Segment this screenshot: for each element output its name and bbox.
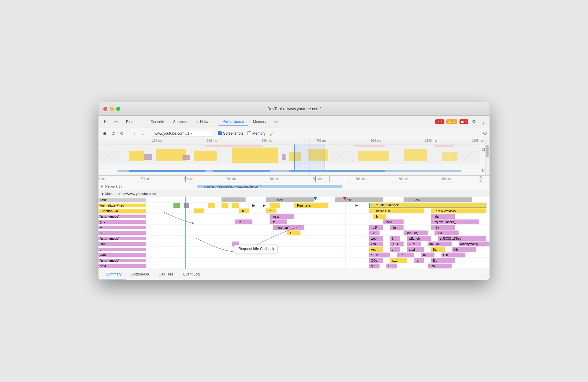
memory-checkbox[interactable]: ✓ bbox=[247, 131, 251, 135]
info-icon: ◼ bbox=[461, 120, 464, 124]
blue-triangle bbox=[314, 197, 317, 200]
svg-rect-77 bbox=[390, 225, 404, 230]
clear-button[interactable]: ⊘ bbox=[118, 130, 125, 137]
svg-rect-43 bbox=[270, 203, 280, 208]
svg-text:Lla: Lla bbox=[438, 231, 442, 235]
anon-3-label: (anonymous) bbox=[99, 259, 146, 262]
svg-text:xeb: xeb bbox=[371, 242, 376, 246]
ruler-mark-596: 596 ms bbox=[262, 139, 272, 142]
svg-text:Gib: Gib bbox=[443, 253, 448, 257]
net-bar bbox=[99, 169, 480, 173]
svg-text:▶: ▶ bbox=[263, 203, 266, 208]
timeline-line-1 bbox=[302, 139, 302, 175]
waa-label: waa bbox=[99, 253, 146, 257]
record-button[interactable]: ⏺ bbox=[101, 130, 108, 137]
main-section-label: ▼ Main — https://www.youtube.com/ bbox=[101, 192, 156, 196]
main-section-header[interactable]: ▼ Main — https://www.youtube.com/ bbox=[99, 190, 489, 197]
tab-sources[interactable]: Sources bbox=[169, 118, 191, 126]
svg-rect-61 bbox=[373, 214, 386, 219]
svg-text:c: c bbox=[392, 248, 393, 251]
anon-2-bars: web S wB....ob e.JSC$6...Ifilled bbox=[146, 236, 489, 241]
bap-label: BaP bbox=[99, 242, 146, 246]
tab-console[interactable]: Console bbox=[146, 118, 168, 126]
screenshots-toggle[interactable]: ✓ Screenshots bbox=[218, 131, 244, 136]
tab-bottom-up[interactable]: Bottom-Up bbox=[126, 270, 154, 279]
anon-1-bars: next b ala bbox=[146, 214, 489, 219]
tab-network[interactable]: ⚠ Network bbox=[192, 118, 218, 126]
svg-rect-11 bbox=[183, 155, 190, 160]
tab-performance[interactable]: Performance bbox=[218, 118, 248, 126]
svg-rect-12 bbox=[282, 154, 285, 160]
memory-toggle[interactable]: ✓ Memory bbox=[247, 131, 266, 136]
device-icon[interactable]: ▭ bbox=[111, 118, 120, 126]
minimize-button[interactable] bbox=[110, 107, 114, 111]
svg-text:g.P: g.P bbox=[373, 226, 377, 229]
inspect-icon[interactable]: ⠿ bbox=[101, 118, 110, 126]
svg-text:ra: ra bbox=[416, 259, 419, 262]
tab-event-log[interactable]: Event Log bbox=[178, 270, 205, 279]
scrollbar-thumb[interactable] bbox=[486, 145, 489, 157]
flame-row-t: t Aeb c a...d Ba Kib bbox=[99, 247, 489, 252]
svg-text:(an...us): (an...us) bbox=[407, 231, 418, 235]
perf-settings-icon[interactable]: ⚙ bbox=[483, 130, 487, 136]
flame-row-function-call: Function Call → b b Function Call Run Mi… bbox=[99, 208, 489, 214]
ruler-mark-396: 396 ms bbox=[207, 139, 217, 142]
red-triangle bbox=[343, 197, 347, 200]
v-label: V bbox=[99, 226, 146, 229]
svg-text:Shb: Shb bbox=[429, 264, 435, 268]
timeline-overview[interactable]: 196 ms 396 ms 596 ms 796 ms 996 ms 1196 … bbox=[99, 139, 489, 176]
screenshots-checkbox[interactable]: ✓ bbox=[218, 131, 222, 135]
error-icon: ✕ bbox=[437, 120, 440, 124]
svg-text:Aeb: Aeb bbox=[371, 248, 377, 251]
more-options-icon[interactable]: ⋮ bbox=[480, 118, 487, 126]
tab-call-tree[interactable]: Call Tree bbox=[154, 270, 178, 279]
svg-rect-8 bbox=[404, 149, 427, 161]
svg-text:ta: ta bbox=[393, 226, 396, 229]
t-label: t bbox=[99, 248, 146, 251]
network-row-label: Network 3 ( bbox=[105, 185, 122, 188]
svg-rect-81 bbox=[287, 230, 300, 235]
network-bars: manifest.webmanifest (www.youtube.com) bbox=[124, 185, 487, 188]
svg-text:Kib: Kib bbox=[453, 248, 458, 251]
svg-rect-10 bbox=[144, 154, 152, 160]
traffic-lights bbox=[103, 107, 120, 111]
network-expand-icon[interactable]: ▶ bbox=[101, 184, 103, 188]
flame-chart-area: Task T... Task Task Task Animati...e Fir… bbox=[99, 197, 489, 269]
refresh-button[interactable]: ↺ bbox=[110, 130, 117, 137]
upload-button[interactable]: ↑ bbox=[131, 130, 138, 137]
svg-text:V: V bbox=[373, 231, 375, 235]
svg-rect-4 bbox=[232, 148, 278, 163]
flame-row-next: next qt S Shb bbox=[99, 263, 489, 269]
svg-rect-30 bbox=[266, 197, 314, 202]
badge-warning-icon: ⚠ bbox=[448, 120, 451, 124]
svg-text:Task: Task bbox=[414, 198, 421, 202]
info-badge: ◼ 8 bbox=[460, 119, 468, 124]
svg-text:mj.exe...backs_: mj.exe...backs_ bbox=[434, 220, 456, 224]
tab-elements[interactable]: Elements bbox=[122, 118, 146, 126]
clean-icon[interactable]: 🧹 bbox=[269, 130, 275, 136]
svg-rect-21 bbox=[454, 151, 480, 161]
tab-memory[interactable]: Memory bbox=[249, 118, 270, 126]
maximize-button[interactable] bbox=[116, 107, 120, 111]
svg-text:web: web bbox=[371, 237, 377, 240]
animation-label: Animati...e Fired bbox=[99, 204, 146, 207]
svg-text:→: → bbox=[187, 209, 191, 213]
ruler-mark-196: 196 ms bbox=[152, 139, 162, 142]
tooltip: Request Idle Callback bbox=[235, 245, 277, 253]
tab-summary[interactable]: Summary bbox=[101, 270, 126, 279]
download-button[interactable]: ↓ bbox=[139, 130, 147, 137]
bap-bars: xeb (a...) k...d Im....ob (anonymous) bbox=[146, 241, 489, 247]
settings-icon[interactable]: ⚙ bbox=[471, 118, 477, 126]
svg-rect-49 bbox=[194, 208, 204, 213]
task-label: Task bbox=[99, 198, 146, 202]
svg-rect-38 bbox=[208, 203, 214, 208]
ruler-mark-1396: 1396 ms bbox=[472, 139, 483, 142]
devtools-window: DevTools - www.youtube.com/ ⠿ ▭ Elements… bbox=[98, 102, 490, 280]
svg-text:Run ...sks: Run ...sks bbox=[297, 204, 311, 207]
close-button[interactable] bbox=[103, 107, 107, 111]
svg-text:T...: T... bbox=[223, 198, 227, 202]
more-tabs-button[interactable]: >> bbox=[271, 118, 280, 125]
timeline-scrollbar[interactable] bbox=[485, 139, 489, 175]
timeline-line-2 bbox=[310, 139, 310, 175]
performance-toolbar: ⏺ ↺ ⊘ ↑ ↓ www.youtube.com #1 ▾ ✓ Screens… bbox=[99, 128, 489, 139]
